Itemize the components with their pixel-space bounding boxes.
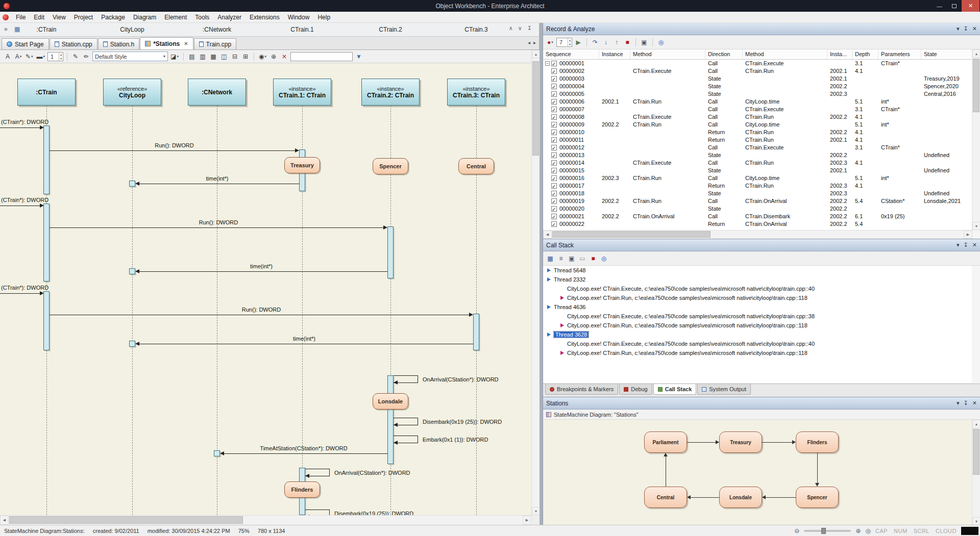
state-spencer[interactable]: Spencer (373, 158, 408, 174)
menu-edit[interactable]: Edit (30, 12, 48, 22)
diagram-horizontal-scrollbar[interactable]: ◀ ▶ (0, 515, 531, 525)
collapse-icon[interactable]: − (545, 61, 550, 66)
lifeline-header-ctrain-1[interactable]: CTrain.1 (290, 26, 314, 33)
step-out-icon[interactable]: ↑ (612, 38, 621, 47)
scroll-down-icon[interactable]: ▼ (972, 222, 980, 230)
callstack-thread[interactable]: Thread 3628 (543, 330, 972, 339)
hyperlink-icon[interactable]: ⊕ (269, 52, 278, 61)
message-label[interactable]: time(int*) (206, 175, 228, 182)
minimize-button[interactable]: — (932, 0, 947, 12)
menu-element[interactable]: Element (160, 12, 191, 22)
lifeline-header-ctrain-3[interactable]: CTrain.3 (464, 26, 488, 33)
scroll-down-icon[interactable]: ▼ (972, 517, 980, 525)
record-row[interactable]: 00000018State2002.3Undefined (543, 190, 972, 197)
recorder-select-icon[interactable]: ●▾ (546, 38, 555, 47)
checkbox-checked-icon[interactable] (551, 107, 557, 112)
message-label[interactable]: Run(): DWORD (199, 219, 238, 225)
save-icon[interactable]: ▦ (546, 254, 555, 263)
callstack-frame[interactable]: CityLoop.exe! CTrain.Execute, c:\ea\ea75… (543, 339, 972, 348)
menu-view[interactable]: View (48, 12, 70, 22)
spinner-up-icon[interactable]: ▴ (59, 53, 63, 57)
station-parliament[interactable]: Parliament (644, 431, 687, 453)
checkbox-checked-icon[interactable] (551, 206, 557, 212)
close-button[interactable]: ✕ (962, 0, 979, 12)
space-evenly-icon[interactable]: ⊞ (241, 52, 250, 61)
tab-scroll-right-icon[interactable]: ▸ (533, 40, 536, 45)
close-icon[interactable]: ✕ (972, 400, 977, 406)
message-label[interactable]: Disembark(0x19 (25)): DWORD (423, 418, 502, 425)
scroll-right-icon[interactable]: ▶ (964, 231, 972, 239)
checkbox-checked-icon[interactable] (551, 214, 557, 219)
line-color-icon[interactable]: ▬▾ (36, 52, 46, 61)
checkbox-checked-icon[interactable] (551, 114, 557, 120)
scroll-thumb[interactable] (552, 231, 710, 238)
message-label[interactable]: Embark(0x1 (1)): DWORD (423, 436, 488, 443)
record-vertical-scrollbar[interactable]: ▲ ▼ (972, 49, 980, 230)
run-icon[interactable]: ▶ (574, 38, 583, 47)
callstack-frame[interactable]: CityLoop.exe! CTrain.Run, c:\ea\ea750\co… (543, 321, 972, 330)
activation-bar[interactable] (129, 181, 135, 187)
chevron-down-icon[interactable]: ∨ (518, 25, 522, 32)
callstack-frame[interactable]: CityLoop.exe! CTrain.Execute, c:\ea\ea75… (543, 312, 972, 321)
station-central[interactable]: Central (644, 487, 687, 508)
scroll-left-icon[interactable]: ◀ (543, 231, 552, 239)
checkbox-checked-icon[interactable] (551, 99, 557, 105)
scroll-down-icon[interactable]: ▼ (532, 507, 540, 515)
state-lonsdale[interactable]: Lonsdale (373, 393, 408, 410)
same-height-icon[interactable]: ⊟ (230, 52, 239, 61)
tab-scroll-left-icon[interactable]: ◂ (528, 40, 530, 45)
app-menu-icon[interactable] (3, 14, 9, 20)
record-row[interactable]: 00000017ReturnCTrain.Run2002.34.1 (543, 182, 972, 190)
checkbox-checked-icon[interactable] (551, 84, 557, 89)
record-row[interactable]: 00000013State2002.2Undefined (543, 151, 972, 159)
scroll-thumb[interactable] (9, 516, 243, 524)
scroll-up-icon[interactable]: ▲ (532, 50, 540, 58)
help-icon[interactable]: ◎ (656, 38, 666, 47)
column-header-direction-3[interactable]: Direction (705, 49, 743, 59)
station-treasury[interactable]: Treasury (719, 431, 762, 453)
checkbox-checked-icon[interactable] (551, 152, 557, 158)
record-row[interactable]: 00000015State2002.1Undefined (543, 167, 972, 174)
record-row[interactable]: −00000001CallCTrain.Execute3.1CTrain* (543, 60, 972, 67)
pause-icon[interactable]: ▭ (578, 254, 587, 263)
checkbox-checked-icon[interactable] (551, 91, 557, 97)
sequence-diagram-canvas[interactable]: (CTrain*): DWORD(CTrain*): DWORD(CTrain*… (0, 63, 531, 515)
state-treasury[interactable]: Treasury (284, 157, 320, 173)
record-row[interactable]: 00000003State2002.1Treasury,2019 (543, 75, 972, 83)
column-header-instance-1[interactable]: Instance (599, 49, 630, 59)
menu-package[interactable]: Package (97, 12, 129, 22)
chevron-down-icon[interactable]: ▾ (957, 25, 960, 32)
record-row[interactable]: 00000002CTrain.ExecuteCallCTrain.Run2002… (543, 67, 972, 75)
help-icon[interactable]: ◎ (599, 254, 608, 263)
scroll-thumb[interactable] (973, 59, 979, 112)
station-lonsdale[interactable]: Lonsdale (719, 487, 762, 508)
eyedropper-icon[interactable]: ✏ (82, 52, 91, 61)
record-row[interactable]: 00000012CallCTrain.Execute3.1CTrain* (543, 144, 972, 151)
tab-start-page[interactable]: Start Page (2, 38, 49, 49)
callstack-thread[interactable]: Thread 5648 (543, 266, 972, 275)
panel-tab-call-stack[interactable]: Call Stack (653, 384, 697, 395)
tab-train-cpp[interactable]: Train.cpp (194, 38, 237, 49)
record-row[interactable]: 00000020State2002.2 (543, 205, 972, 213)
lifeline-box-ctrain[interactable]: :CTrain (17, 79, 76, 106)
chevron-down-icon[interactable]: ▾ (957, 400, 960, 406)
column-header-depth-6[interactable]: Depth (852, 49, 878, 59)
recording-depth-spinner[interactable]: 7▴▾ (556, 38, 572, 47)
menu-extensions[interactable]: Extensions (246, 12, 284, 22)
record-analyze-header[interactable]: Record & Analyze ▾ ↧ ✕ (543, 23, 980, 35)
checkbox-checked-icon[interactable] (551, 168, 557, 173)
panel-tab-breakpoints-markers[interactable]: Breakpoints & Markers (545, 384, 618, 395)
spinner-up-icon[interactable]: ▴ (568, 38, 572, 42)
zoom-in-icon[interactable]: ⊕ (855, 527, 861, 534)
line-width-spinner[interactable]: 1▴▾ (47, 52, 63, 61)
scroll-thumb[interactable] (973, 429, 979, 475)
activation-bar[interactable] (387, 375, 394, 464)
record-horizontal-scrollbar[interactable]: ◀ ▶ (543, 230, 972, 239)
record-row[interactable]: 000000192002.2CTrain.RunCallCTrain.OnArr… (543, 197, 972, 205)
activation-bar[interactable] (473, 314, 479, 350)
statemachine-canvas[interactable]: ParliamentTreasuryFlindersCentralLonsdal… (543, 420, 972, 525)
menu-analyzer[interactable]: Analyzer (213, 12, 246, 22)
record-row[interactable]: 00000010ReturnCTrain.Run2002.24.1 (543, 129, 972, 136)
tab-station-h[interactable]: Station.h (98, 38, 139, 49)
tab-stations[interactable]: *Stations✕ (140, 37, 193, 49)
